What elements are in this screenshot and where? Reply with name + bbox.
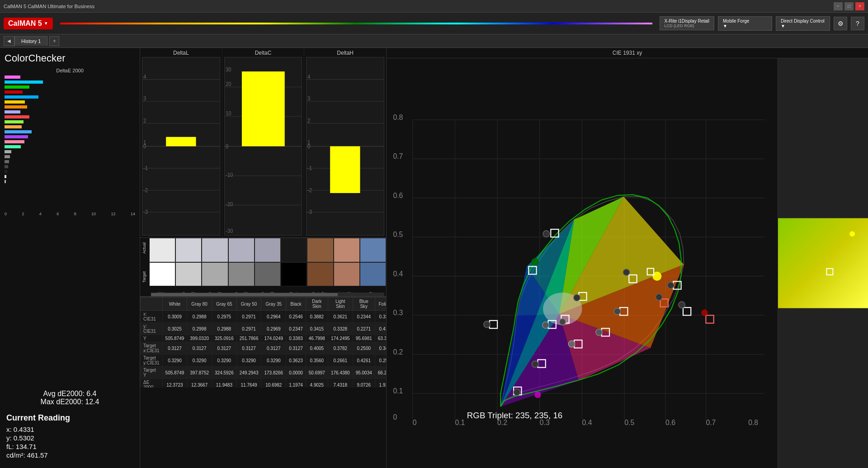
actual-swatch-Gray-50 bbox=[228, 238, 255, 262]
table-row-label: y: CIE31 bbox=[141, 323, 163, 335]
current-reading-panel: Current Reading x: 0.4331 y: 0.5302 fL: … bbox=[5, 410, 135, 463]
svg-point-96 bbox=[514, 389, 520, 395]
svg-text:-3: -3 bbox=[143, 209, 148, 216]
table-cell: 0.3882 bbox=[306, 311, 328, 323]
restore-button[interactable]: □ bbox=[844, 2, 854, 10]
table-cell: 324.5926 bbox=[212, 367, 237, 379]
svg-text:30: 30 bbox=[226, 66, 231, 73]
table-cell: 397.8752 bbox=[187, 367, 212, 379]
table-cell: 176.4380 bbox=[328, 367, 353, 379]
deltae-bar-row bbox=[5, 140, 135, 144]
data-table-area: WhiteGray 80Gray 65Gray 50Gray 35BlackDa… bbox=[140, 297, 386, 468]
actual-swatch-White bbox=[149, 238, 175, 262]
cie-diagram-svg: 0.8 0.7 0.6 0.5 0.4 0.3 0.2 0.1 0 0 0.1 … bbox=[387, 58, 778, 468]
swatches-actual-label: Actual bbox=[142, 242, 146, 254]
rgb-triplet-svg-text: RGB Triplet: 235, 235, 16 bbox=[467, 411, 562, 420]
reading-x: x: 0.4331 bbox=[6, 425, 133, 433]
deltae-bar bbox=[5, 90, 23, 94]
left-panel: ColorChecker DeltaE 2000 02468101214 Avg… bbox=[0, 48, 140, 468]
table-cell: 174.0249 bbox=[261, 335, 286, 342]
toolbar-rainbow bbox=[60, 23, 652, 24]
avg-max-text: Avg dE2000: 6.4 Max dE2000: 12.4 bbox=[5, 390, 135, 406]
cie-inset-panel bbox=[778, 58, 868, 468]
calman-logo-dropdown-icon[interactable]: ▼ bbox=[44, 21, 48, 26]
help-button[interactable]: ? bbox=[851, 17, 864, 30]
deltae-bar-row bbox=[5, 135, 135, 139]
table-cell: 0.3290 bbox=[261, 355, 286, 367]
deltae-bar-row bbox=[5, 170, 135, 174]
main-content: ColorChecker DeltaE 2000 02468101214 Avg… bbox=[0, 48, 868, 468]
titlebar: CalMAN 5 CalMAN Ultimate for Business − … bbox=[0, 0, 868, 13]
deltaL-title: DeltaL bbox=[142, 50, 220, 56]
tab-add-button[interactable]: + bbox=[49, 36, 59, 46]
svg-text:0.4: 0.4 bbox=[393, 270, 403, 278]
actual-swatches-row bbox=[149, 238, 386, 262]
deltae-axis-label: 14 bbox=[131, 212, 135, 216]
table-cell: 0.2546 bbox=[286, 311, 306, 323]
target-swatches-row bbox=[149, 262, 386, 287]
deltae-axis-label: 10 bbox=[91, 212, 96, 216]
svg-text:4: 4 bbox=[143, 73, 146, 80]
svg-point-94 bbox=[484, 321, 490, 327]
cie-chart-canvas: 0.8 0.7 0.6 0.5 0.4 0.3 0.2 0.1 0 0 0.1 … bbox=[387, 58, 778, 468]
minimize-button[interactable]: − bbox=[834, 2, 843, 10]
deltae-bar-row bbox=[5, 175, 135, 179]
table-cell: 4.9025 bbox=[306, 379, 328, 388]
svg-text:-3: -3 bbox=[307, 209, 312, 216]
calman-logo[interactable]: CalMAN 5 ▼ bbox=[4, 18, 53, 29]
svg-text:0.7: 0.7 bbox=[706, 419, 716, 426]
table-cell: 505.8749 bbox=[162, 335, 187, 342]
deltae-bar-row bbox=[5, 120, 135, 124]
deltae-bar bbox=[5, 115, 29, 118]
deltae-bar-row bbox=[5, 155, 135, 159]
deltae-bar bbox=[5, 155, 10, 158]
table-cell: 0.3623 bbox=[286, 355, 306, 367]
deltaC-title: DeltaC bbox=[224, 50, 302, 56]
device1-button[interactable]: X-Rite i1Display Retail LCD (LED RGB) bbox=[660, 16, 714, 30]
titlebar-controls: − □ × bbox=[834, 2, 864, 10]
settings-button[interactable]: ⚙ bbox=[834, 17, 847, 30]
svg-text:2: 2 bbox=[307, 117, 311, 124]
tab-history1-label: History 1 bbox=[21, 38, 41, 44]
table-cell: 0.2530 bbox=[375, 355, 386, 367]
deltae-chart-area: DeltaE 2000 02468101214 bbox=[5, 68, 135, 383]
deltae-bar-row bbox=[5, 160, 135, 164]
swatches-area: Actual Target WhiteGray 80Gray 65Gray 50… bbox=[140, 238, 386, 297]
svg-point-120 bbox=[532, 361, 538, 367]
table-cell: 0.3127 bbox=[286, 342, 306, 355]
swatch-scrollbar[interactable] bbox=[151, 293, 384, 296]
deltaH-chart: DeltaH 4 3 2 1 bbox=[304, 48, 386, 237]
data-table-scroll[interactable]: WhiteGray 80Gray 65Gray 50Gray 35BlackDa… bbox=[140, 297, 386, 388]
table-cell: 0.3782 bbox=[328, 342, 353, 355]
svg-point-106 bbox=[559, 319, 566, 325]
svg-rect-28 bbox=[242, 71, 285, 146]
svg-text:-10: -10 bbox=[226, 171, 233, 178]
svg-text:0.5: 0.5 bbox=[624, 419, 634, 426]
table-row: x: CIE310.30090.29880.29750.29710.29640.… bbox=[141, 311, 387, 323]
table-header-foliage: Foliage bbox=[375, 298, 386, 311]
device2-dropdown-icon: ▼ bbox=[723, 24, 727, 28]
table-cell: 0.4005 bbox=[306, 342, 328, 355]
section-title: ColorChecker bbox=[5, 52, 135, 64]
device2-button[interactable]: Mobile Forge ▼ bbox=[718, 16, 772, 31]
device3-button[interactable]: Direct Display Control ▼ bbox=[776, 16, 830, 31]
swatch-scrollbar-thumb[interactable] bbox=[151, 293, 338, 297]
svg-text:0.6: 0.6 bbox=[393, 192, 403, 199]
table-cell: 10.6982 bbox=[261, 379, 286, 388]
deltae-bar-row bbox=[5, 145, 135, 149]
table-header- bbox=[141, 298, 163, 311]
table-cell: 0.2271 bbox=[353, 323, 375, 335]
svg-rect-44 bbox=[330, 147, 360, 193]
svg-text:0.2: 0.2 bbox=[393, 348, 403, 356]
device3-label: Direct Display Control bbox=[781, 19, 825, 24]
table-cell: 0.3290 bbox=[212, 355, 237, 367]
target-swatch-Blue bbox=[360, 262, 386, 287]
table-body: x: CIE310.30090.29880.29750.29710.29640.… bbox=[141, 311, 387, 388]
tab-back-button[interactable]: ◀ bbox=[4, 36, 14, 46]
reading-y: y: 0.5302 bbox=[6, 434, 133, 442]
close-button[interactable]: × bbox=[855, 2, 864, 10]
tab-history1[interactable]: History 1 bbox=[14, 36, 47, 46]
cie-header: CIE 1931 xy bbox=[387, 48, 868, 58]
svg-point-125 bbox=[667, 282, 674, 288]
table-row: Target x:CIE310.31270.31270.31270.31270.… bbox=[141, 342, 387, 355]
